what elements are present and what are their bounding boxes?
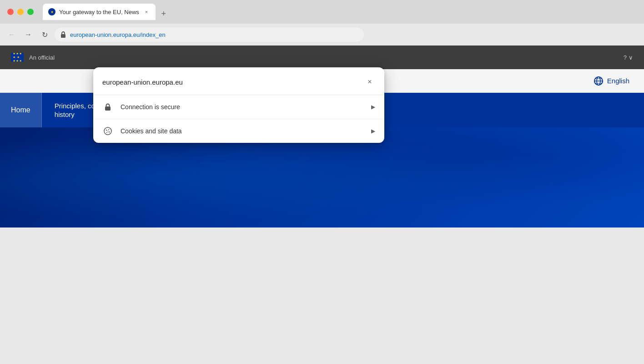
traffic-lights xyxy=(7,9,34,15)
svg-point-10 xyxy=(106,132,107,133)
url-display: european-union.europa.eu/index_en xyxy=(70,31,166,38)
language-selector[interactable]: English xyxy=(594,76,629,86)
maximize-window-button[interactable] xyxy=(27,9,34,15)
address-bar: ← → ↻ european-union.europa.eu/index_en xyxy=(0,24,644,46)
reload-button[interactable]: ↻ xyxy=(38,28,51,41)
svg-point-9 xyxy=(108,129,109,130)
svg-point-12 xyxy=(107,131,108,131)
popup-item-connection[interactable]: Connection is secure ▶ xyxy=(93,95,384,119)
popup-header: european-union.europa.eu × xyxy=(93,67,384,95)
eu-topbar: ★★★★ ★★★★ An official ? ∨ xyxy=(0,46,644,69)
topbar-question-link[interactable]: ? ∨ xyxy=(624,54,633,61)
popup-close-button[interactable]: × xyxy=(364,76,375,87)
close-window-button[interactable] xyxy=(7,9,14,15)
minimize-window-button[interactable] xyxy=(17,9,24,15)
svg-point-11 xyxy=(109,131,110,132)
lock-icon xyxy=(60,31,66,38)
eu-flag: ★★★★ ★★★★ xyxy=(11,53,24,62)
site-info-popup: european-union.europa.eu × Connection is… xyxy=(93,67,384,143)
tabs-area: ★ Your gateway to the EU, News × + xyxy=(43,4,637,20)
tab-favicon: ★ xyxy=(48,8,55,15)
official-text: An official xyxy=(29,54,55,61)
new-tab-button[interactable]: + xyxy=(157,7,170,20)
svg-rect-6 xyxy=(105,106,111,111)
svg-rect-0 xyxy=(61,34,65,38)
cookie-icon xyxy=(102,126,113,136)
svg-point-8 xyxy=(106,130,107,131)
popup-item-cookies[interactable]: Cookies and site data ▶ xyxy=(93,119,384,143)
popup-domain: european-union.europa.eu xyxy=(102,78,183,86)
connection-label: Connection is secure xyxy=(121,103,371,111)
title-bar: ★ Your gateway to the EU, News × + xyxy=(0,0,644,24)
topbar-right: ? ∨ xyxy=(624,54,633,61)
chevron-right-icon: ▶ xyxy=(371,128,375,134)
globe-icon xyxy=(594,76,604,86)
chevron-right-icon: ▶ xyxy=(371,104,375,110)
language-label: English xyxy=(607,77,629,85)
browser-chrome: ★ Your gateway to the EU, News × + ← → ↻… xyxy=(0,0,644,46)
back-button[interactable]: ← xyxy=(5,28,18,41)
tab-close-button[interactable]: × xyxy=(143,8,150,15)
nav-home-link[interactable]: Home xyxy=(0,93,42,127)
address-bar-input[interactable]: european-union.europa.eu/index_en xyxy=(55,27,364,42)
tab-title: Your gateway to the EU, News xyxy=(59,9,139,15)
cookies-label: Cookies and site data xyxy=(121,127,371,135)
lock-icon xyxy=(102,101,113,112)
active-tab[interactable]: ★ Your gateway to the EU, News × xyxy=(43,4,156,20)
forward-button[interactable]: → xyxy=(22,28,35,41)
